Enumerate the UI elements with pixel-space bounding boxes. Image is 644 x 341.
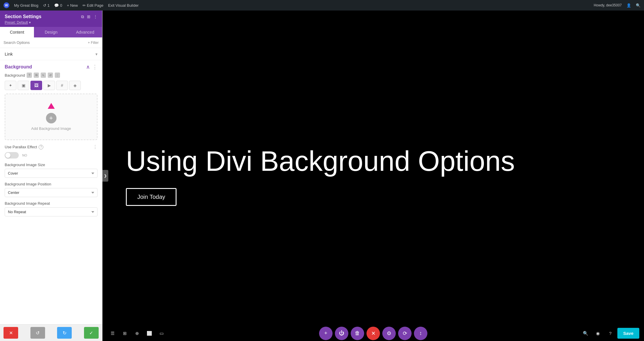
eye-icon-btn[interactable]: ◉ <box>593 328 603 339</box>
redo-button[interactable]: ↻ <box>57 327 72 339</box>
bg-repeat-select[interactable]: No Repeat <box>5 207 97 216</box>
sync-btn[interactable]: ⟳ <box>398 327 412 340</box>
bg-size-label: Background Image Size <box>5 163 45 167</box>
wordpress-icon[interactable]: W <box>4 2 9 8</box>
reset-icon[interactable]: ↺ <box>48 73 53 78</box>
undo-item[interactable]: ↺ 1 <box>43 3 49 8</box>
hero-heading: Using Divi Background Options <box>126 146 515 177</box>
bg-position-label: Background Image Position <box>5 182 51 186</box>
parallax-help-icon[interactable]: ? <box>39 145 43 149</box>
background-section-title: Background <box>5 64 32 70</box>
arrow-up-indicator <box>48 103 55 109</box>
sidebar-content: Link ▾ Background ∧ ⋮ Background ? ⧉ <box>0 48 102 324</box>
settings-btn[interactable]: ⚙ <box>382 327 396 340</box>
add-section-btn[interactable]: + <box>319 327 333 340</box>
new-item[interactable]: + New <box>67 3 78 8</box>
resize-btn[interactable]: ↕ <box>414 327 427 340</box>
hero-section: Using Divi Background Options Join Today <box>102 11 644 341</box>
close-x-btn[interactable]: ✕ <box>366 327 380 340</box>
bg-size-select[interactable]: Cover <box>5 169 97 178</box>
admin-bar: W My Great Blog ↺ 1 💬 0 + New ✏ Edit Pag… <box>0 0 644 11</box>
grid-icon-btn[interactable]: ⊞ <box>119 328 130 339</box>
exit-builder-item[interactable]: Exit Visual Builder <box>108 3 139 8</box>
confirm-button[interactable]: ✓ <box>84 327 99 339</box>
search-admin-icon[interactable]: 🔍 <box>636 3 640 8</box>
tab-design[interactable]: Design <box>34 27 68 37</box>
parallax-toggle[interactable] <box>5 152 19 159</box>
power-btn[interactable]: ⏻ <box>335 327 348 340</box>
cursor-icon[interactable]: ↖ <box>41 73 46 78</box>
bg-position-select[interactable]: Center <box>5 188 97 197</box>
bottom-right-toolbar: 🔍 ◉ ? Save <box>580 328 639 339</box>
sidebar-title: Section Settings <box>5 14 41 19</box>
bg-type-gradient[interactable]: ✦ <box>5 81 16 90</box>
collapse-section-icon[interactable]: ∧ <box>86 64 90 70</box>
parallax-more-icon[interactable]: ⋮ <box>93 144 97 150</box>
sidebar-footer: ✕ ↺ ↻ ✓ <box>0 324 102 341</box>
tab-content[interactable]: Content <box>0 27 34 37</box>
copy-bg-icon[interactable]: ⧉ <box>34 73 39 78</box>
help-icon[interactable]: ? <box>27 73 32 78</box>
background-label: Background <box>5 73 25 78</box>
parallax-toggle-row: NO <box>5 152 97 159</box>
canvas-bottom-toolbar: ☰ ⊞ ⊕ ⬜ ▭ + ⏻ 🗑 ✕ ⚙ ⟳ ↕ 🔍 ◉ ? Save <box>102 326 644 341</box>
bg-type-tabs: ✦ ▣ 🖼 ▶ # ◈ <box>5 81 97 90</box>
add-image-button[interactable]: + <box>46 113 56 123</box>
preset-label[interactable]: Preset: Default ▾ <box>5 20 97 25</box>
bg-position-field: Background Image Position Center <box>5 182 97 197</box>
layout-icon[interactable]: ⊞ <box>87 14 90 19</box>
bottom-left-toolbar: ☰ ⊞ ⊕ ⬜ ▭ <box>107 328 167 339</box>
add-bg-text: Add Background Image <box>31 126 71 131</box>
parallax-label-text: Use Parallax Effect <box>5 145 37 149</box>
edit-page-item[interactable]: ✏ Edit Page <box>83 3 103 8</box>
bg-size-field: Background Image Size Cover <box>5 163 97 178</box>
bg-type-color[interactable]: ▣ <box>18 81 29 90</box>
toggle-knob <box>5 153 11 158</box>
collapse-handle[interactable]: ❯ <box>102 170 108 182</box>
filter-button[interactable]: + Filter <box>88 41 99 45</box>
join-today-button[interactable]: Join Today <box>126 188 177 206</box>
link-chevron-icon: ▾ <box>95 52 97 56</box>
blog-name[interactable]: My Great Blog <box>14 3 38 8</box>
bg-type-video[interactable]: ▶ <box>43 81 55 90</box>
desktop-icon-btn[interactable]: ⬜ <box>144 328 155 339</box>
bottom-center-toolbar: + ⏻ 🗑 ✕ ⚙ ⟳ ↕ <box>319 327 427 340</box>
howdy-text: Howdy, dee35007 <box>594 3 622 7</box>
section-settings-panel: Section Settings ⧉ ⊞ ⋮ Preset: Default ▾… <box>0 11 102 341</box>
bg-type-mask[interactable]: ◈ <box>69 81 81 90</box>
tab-advanced[interactable]: Advanced <box>68 27 102 37</box>
canvas-area: ❯ Using Divi Background Options Join Tod… <box>102 11 644 341</box>
search-options-input[interactable] <box>4 40 85 45</box>
trash-btn[interactable]: 🗑 <box>351 327 364 340</box>
copy-icon[interactable]: ⧉ <box>81 14 84 19</box>
sidebar-header: Section Settings ⧉ ⊞ ⋮ Preset: Default ▾ <box>0 11 102 27</box>
user-avatar[interactable]: 👤 <box>626 3 631 8</box>
link-section-title: Link <box>5 51 13 56</box>
search-icon-btn[interactable]: ⊕ <box>132 328 142 339</box>
save-button[interactable]: Save <box>617 328 639 339</box>
background-section: Background ∧ ⋮ Background ? ⧉ ↖ ↺ ⋮ <box>0 60 102 224</box>
comments-item[interactable]: 💬 0 <box>54 3 62 8</box>
help-icon-btn[interactable]: ? <box>605 328 616 339</box>
bg-type-pattern[interactable]: # <box>56 81 68 90</box>
search-options-bar: + Filter <box>0 37 102 48</box>
close-button[interactable]: ✕ <box>4 327 18 339</box>
settings-tabs: Content Design Advanced <box>0 27 102 37</box>
bg-repeat-field: Background Image Repeat No Repeat <box>5 201 97 216</box>
add-background-image-area[interactable]: + Add Background Image <box>5 94 97 140</box>
link-section[interactable]: Link ▾ <box>0 48 102 60</box>
bg-type-image[interactable]: 🖼 <box>30 81 42 90</box>
section-more-icon[interactable]: ⋮ <box>92 64 97 70</box>
parallax-no-label: NO <box>22 154 27 157</box>
undo-button[interactable]: ↺ <box>30 327 45 339</box>
more-options-icon[interactable]: ⋮ <box>93 14 97 19</box>
mobile-icon-btn[interactable]: ▭ <box>156 328 167 339</box>
more-bg-icon[interactable]: ⋮ <box>55 73 60 78</box>
menu-icon-btn[interactable]: ☰ <box>107 328 118 339</box>
zoom-search-icon[interactable]: 🔍 <box>580 328 591 339</box>
bg-repeat-label: Background Image Repeat <box>5 201 50 206</box>
parallax-row: Use Parallax Effect ? ⋮ <box>5 144 97 150</box>
